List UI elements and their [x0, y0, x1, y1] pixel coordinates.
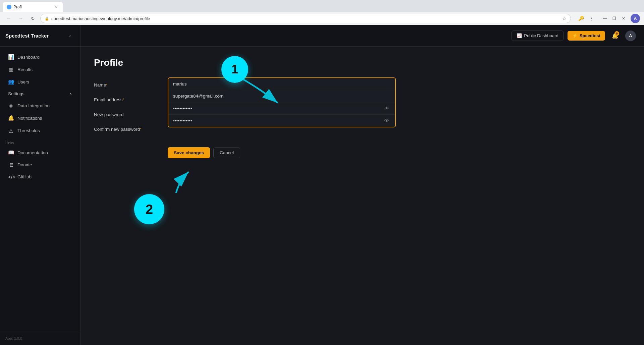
forward-button[interactable]: →: [16, 14, 25, 23]
password-manager-icon[interactable]: 🔑: [576, 14, 586, 23]
sidebar-item-donate-label: Donate: [17, 162, 32, 167]
tab-favicon: [7, 5, 11, 9]
dashboard-icon: 📊: [8, 54, 14, 60]
notification-badge: 0: [614, 31, 619, 36]
public-dashboard-button[interactable]: 📈 Public Dashboard: [512, 31, 564, 41]
sidebar-header: Speedtest Tracker ‹: [0, 25, 80, 47]
page-title: Profile: [94, 57, 631, 68]
settings-sub-items: ◈ Data Integration 🔔 Notifications △ Thr…: [0, 100, 80, 136]
sidebar-item-users[interactable]: 👥 Users: [3, 76, 77, 88]
address-bar[interactable]: 🔒 speedtest.mariushosting.synology.me/ad…: [40, 14, 571, 23]
form-section: Name* Email address* New password Confir…: [94, 77, 396, 136]
sidebar-item-dashboard[interactable]: 📊 Dashboard: [3, 51, 77, 63]
sidebar-nav: 📊 Dashboard ▦ Results 👥 Users Settings ∧…: [0, 47, 80, 332]
sidebar-item-data-integration[interactable]: ◈ Data Integration: [3, 100, 77, 112]
browser-profile-avatar[interactable]: A: [631, 14, 640, 23]
restore-button[interactable]: ❐: [610, 14, 619, 23]
github-icon: </>: [8, 174, 14, 180]
name-required-star: *: [106, 83, 107, 87]
lightning-icon: ⚡: [572, 33, 578, 38]
donate-icon: 🖥: [8, 162, 14, 168]
collapse-sidebar-button[interactable]: ‹: [65, 31, 75, 41]
annotation-circle-1: 1: [221, 56, 248, 83]
top-header: 📈 Public Dashboard ⚡ Speedtest 🔔 0 A: [80, 25, 644, 47]
speedtest-button[interactable]: ⚡ Speedtest: [568, 31, 605, 41]
sidebar-footer: App: 1.0.0: [0, 332, 80, 341]
confirm-required-star: *: [140, 127, 141, 131]
sidebar-item-documentation-label: Documentation: [17, 150, 48, 155]
minimize-button[interactable]: —: [600, 14, 609, 23]
sidebar-item-github[interactable]: </> GitHub: [3, 171, 77, 183]
email-required-star: *: [123, 98, 124, 102]
email-field-wrapper: [168, 90, 395, 102]
lock-icon: 🔒: [45, 16, 49, 21]
name-label: Name*: [94, 77, 161, 92]
form-fields-box: 👁 👁: [168, 77, 396, 127]
user-avatar-button[interactable]: A: [625, 31, 636, 41]
address-text: speedtest.mariushosting.synology.me/admi…: [51, 16, 557, 21]
notification-button[interactable]: 🔔 0: [609, 30, 621, 42]
sidebar-item-thresholds[interactable]: △ Thresholds: [3, 124, 77, 136]
page-body: Profile 1 2: [80, 47, 644, 345]
confirm-password-toggle-button[interactable]: 👁: [383, 118, 390, 123]
save-changes-button[interactable]: Save changes: [168, 147, 210, 158]
sidebar-item-donate[interactable]: 🖥 Donate: [3, 159, 77, 171]
sidebar-item-data-integration-label: Data Integration: [17, 103, 50, 108]
name-field-wrapper: [168, 78, 395, 90]
documentation-icon: 📖: [8, 150, 14, 156]
sidebar-item-documentation[interactable]: 📖 Documentation: [3, 147, 77, 159]
sidebar-item-results-label: Results: [17, 67, 33, 72]
notifications-icon: 🔔: [8, 115, 14, 121]
links-section-label: Links: [0, 137, 80, 146]
tab-close-button[interactable]: ✕: [54, 4, 59, 10]
sidebar-item-results[interactable]: ▦ Results: [3, 63, 77, 75]
new-password-input[interactable]: [173, 106, 383, 111]
bookmark-icon[interactable]: ☆: [562, 16, 567, 21]
data-integration-icon: ◈: [8, 103, 14, 109]
new-password-field-wrapper: 👁: [168, 102, 395, 115]
sidebar-settings-section[interactable]: Settings ∧: [3, 88, 77, 99]
form-labels-column: Name* Email address* New password Confir…: [94, 77, 161, 136]
confirm-password-input[interactable]: [173, 118, 383, 123]
refresh-button[interactable]: ↻: [28, 14, 38, 23]
sidebar-item-dashboard-label: Dashboard: [17, 55, 40, 60]
sidebar-item-thresholds-label: Thresholds: [17, 128, 40, 133]
email-label: Email address*: [94, 92, 161, 107]
chart-icon: 📈: [517, 33, 522, 38]
main-content: 📈 Public Dashboard ⚡ Speedtest 🔔 0 A Pro…: [80, 25, 644, 345]
results-icon: ▦: [8, 66, 14, 72]
app-title: Speedtest Tracker: [5, 33, 49, 39]
browser-menu-button[interactable]: ⋮: [587, 14, 596, 23]
settings-label: Settings: [8, 91, 24, 96]
sidebar-item-github-label: GitHub: [17, 174, 32, 179]
email-input[interactable]: [173, 94, 390, 99]
users-icon: 👥: [8, 79, 14, 85]
browser-tab[interactable]: Profi ✕: [3, 2, 63, 12]
form-actions: Save changes Cancel: [94, 147, 396, 158]
sidebar-item-users-label: Users: [17, 79, 29, 84]
new-password-toggle-button[interactable]: 👁: [383, 106, 390, 111]
app-version: App: 1.0.0: [0, 334, 28, 343]
profile-form: Name* Email address* New password Confir…: [94, 77, 396, 158]
settings-chevron-icon: ∧: [69, 92, 72, 96]
sidebar: Speedtest Tracker ‹ 📊 Dashboard ▦ Result…: [0, 25, 80, 345]
thresholds-icon: △: [8, 127, 14, 133]
new-password-label: New password: [94, 107, 161, 122]
back-button[interactable]: ←: [4, 14, 13, 23]
annotation-circle-2: 2: [134, 194, 164, 224]
sidebar-item-notifications-label: Notifications: [17, 116, 42, 121]
tab-title: Profi: [13, 5, 22, 9]
name-input[interactable]: [173, 81, 390, 87]
confirm-password-field-wrapper: 👁: [168, 115, 395, 127]
cancel-button[interactable]: Cancel: [213, 147, 240, 158]
confirm-password-label: Confirm new password*: [94, 122, 161, 136]
sidebar-item-notifications[interactable]: 🔔 Notifications: [3, 112, 77, 124]
close-button[interactable]: ✕: [619, 14, 628, 23]
